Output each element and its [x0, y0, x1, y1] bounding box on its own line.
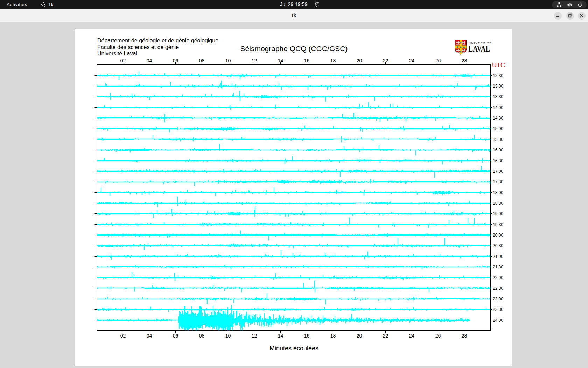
- svg-text:14: 14: [278, 333, 284, 339]
- svg-text:06: 06: [173, 333, 178, 339]
- svg-text:20:30: 20:30: [493, 243, 503, 248]
- svg-text:22:30: 22:30: [493, 286, 503, 291]
- svg-text:04: 04: [147, 58, 152, 63]
- svg-text:15:00: 15:00: [493, 126, 503, 131]
- svg-text:14:00: 14:00: [493, 105, 503, 110]
- svg-text:LAVAL: LAVAL: [469, 44, 490, 53]
- svg-text:26: 26: [435, 333, 441, 339]
- svg-text:12:30: 12:30: [493, 73, 503, 78]
- svg-text:04: 04: [147, 333, 152, 339]
- svg-text:13:00: 13:00: [493, 84, 503, 89]
- svg-text:20:00: 20:00: [493, 233, 503, 238]
- svg-text:14: 14: [278, 58, 284, 63]
- svg-text:10: 10: [225, 58, 231, 63]
- svg-text:18: 18: [330, 333, 336, 339]
- svg-text:23:00: 23:00: [493, 297, 503, 301]
- svg-text:08: 08: [199, 333, 205, 339]
- svg-text:19:30: 19:30: [493, 222, 503, 227]
- svg-text:23:30: 23:30: [493, 307, 503, 312]
- svg-text:19:00: 19:00: [493, 211, 503, 216]
- svg-text:Séismographe QCQ (CGC/GSC): Séismographe QCQ (CGC/GSC): [240, 45, 348, 53]
- svg-text:14:30: 14:30: [493, 116, 503, 121]
- svg-text:16:00: 16:00: [493, 148, 503, 152]
- svg-text:16:30: 16:30: [493, 158, 503, 163]
- svg-text:06: 06: [173, 58, 178, 63]
- svg-text:Faculté des sciences et de gén: Faculté des sciences et de génie: [97, 44, 179, 50]
- svg-text:18:30: 18:30: [493, 201, 503, 206]
- svg-text:08: 08: [199, 58, 205, 63]
- svg-text:Université Laval: Université Laval: [97, 50, 137, 56]
- svg-text:17:30: 17:30: [493, 179, 503, 184]
- svg-text:22:00: 22:00: [493, 275, 503, 280]
- svg-text:12: 12: [252, 58, 257, 63]
- svg-text:28: 28: [462, 58, 467, 63]
- svg-text:16: 16: [304, 58, 310, 63]
- svg-text:Minutes écoulées: Minutes écoulées: [270, 345, 318, 352]
- svg-text:28: 28: [462, 333, 467, 339]
- svg-text:24: 24: [409, 58, 415, 63]
- svg-text:18:00: 18:00: [493, 190, 503, 195]
- svg-text:17:00: 17:00: [493, 169, 503, 174]
- svg-text:22: 22: [383, 333, 388, 339]
- svg-text:02: 02: [120, 333, 126, 339]
- svg-text:18: 18: [330, 58, 336, 63]
- svg-text:20: 20: [357, 333, 362, 339]
- svg-text:16: 16: [304, 333, 310, 339]
- svg-text:UTC: UTC: [492, 62, 505, 69]
- svg-text:12: 12: [252, 333, 257, 339]
- svg-text:10: 10: [225, 333, 231, 339]
- svg-text:22: 22: [383, 58, 388, 63]
- svg-text:24:00: 24:00: [493, 318, 503, 323]
- svg-text:Département de géologie et de: Département de géologie et de génie géol…: [97, 38, 218, 43]
- svg-text:26: 26: [435, 58, 441, 63]
- svg-text:13:30: 13:30: [493, 94, 503, 99]
- svg-text:20: 20: [357, 58, 362, 63]
- svg-text:21:30: 21:30: [493, 265, 503, 270]
- svg-text:21:00: 21:00: [493, 254, 503, 259]
- svg-text:02: 02: [120, 58, 126, 63]
- svg-text:15:30: 15:30: [493, 137, 503, 142]
- svg-text:24: 24: [409, 333, 415, 339]
